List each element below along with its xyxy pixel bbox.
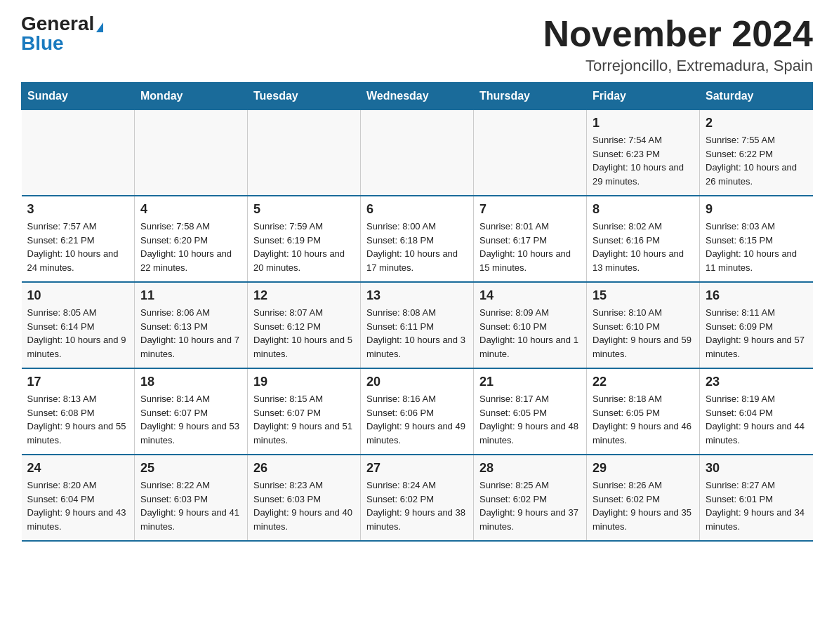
day-number: 22 — [593, 375, 694, 389]
day-info: Sunrise: 7:58 AMSunset: 6:20 PMDaylight:… — [140, 220, 241, 274]
calendar-cell — [22, 110, 135, 196]
day-info: Sunrise: 8:14 AMSunset: 6:07 PMDaylight:… — [140, 392, 241, 447]
calendar-cell: 2Sunrise: 7:55 AMSunset: 6:22 PMDaylight… — [700, 110, 813, 196]
day-number: 2 — [706, 116, 807, 130]
calendar-cell: 16Sunrise: 8:11 AMSunset: 6:09 PMDayligh… — [700, 282, 813, 368]
day-info: Sunrise: 8:19 AMSunset: 6:04 PMDaylight:… — [706, 392, 807, 447]
day-number: 27 — [366, 461, 468, 476]
column-header-saturday: Saturday — [700, 83, 813, 110]
day-info: Sunrise: 8:11 AMSunset: 6:09 PMDaylight:… — [706, 306, 807, 361]
day-number: 30 — [706, 461, 807, 476]
month-title: November 2024 — [543, 14, 813, 54]
day-info: Sunrise: 8:06 AMSunset: 6:13 PMDaylight:… — [140, 306, 241, 361]
day-number: 5 — [253, 202, 355, 217]
day-number: 21 — [479, 375, 581, 389]
calendar-cell — [474, 110, 587, 196]
day-info: Sunrise: 8:01 AMSunset: 6:17 PMDaylight:… — [479, 220, 581, 274]
calendar-cell: 19Sunrise: 8:15 AMSunset: 6:07 PMDayligh… — [248, 368, 361, 455]
day-number: 17 — [27, 375, 129, 389]
calendar-cell — [248, 110, 361, 196]
calendar-cell: 25Sunrise: 8:22 AMSunset: 6:03 PMDayligh… — [135, 455, 248, 541]
day-number: 25 — [140, 461, 241, 476]
calendar-cell: 27Sunrise: 8:24 AMSunset: 6:02 PMDayligh… — [361, 455, 474, 541]
day-info: Sunrise: 8:25 AMSunset: 6:02 PMDaylight:… — [479, 478, 581, 533]
location-title: Torrejoncillo, Extremadura, Spain — [543, 57, 813, 75]
day-info: Sunrise: 8:20 AMSunset: 6:04 PMDaylight:… — [27, 478, 129, 533]
day-number: 19 — [253, 375, 355, 389]
calendar-week-row: 1Sunrise: 7:54 AMSunset: 6:23 PMDaylight… — [22, 110, 813, 196]
day-info: Sunrise: 8:05 AMSunset: 6:14 PMDaylight:… — [27, 306, 129, 361]
title-block: November 2024 Torrejoncillo, Extremadura… — [543, 14, 813, 75]
calendar-cell: 6Sunrise: 8:00 AMSunset: 6:18 PMDaylight… — [361, 196, 474, 282]
calendar-cell: 24Sunrise: 8:20 AMSunset: 6:04 PMDayligh… — [22, 455, 135, 541]
calendar-cell: 12Sunrise: 8:07 AMSunset: 6:12 PMDayligh… — [248, 282, 361, 368]
calendar-header-row: SundayMondayTuesdayWednesdayThursdayFrid… — [22, 83, 813, 110]
day-number: 20 — [366, 375, 468, 389]
day-info: Sunrise: 8:27 AMSunset: 6:01 PMDaylight:… — [706, 478, 807, 533]
column-header-friday: Friday — [587, 83, 700, 110]
day-info: Sunrise: 7:59 AMSunset: 6:19 PMDaylight:… — [253, 220, 355, 274]
day-number: 13 — [366, 288, 468, 303]
calendar-table: SundayMondayTuesdayWednesdayThursdayFrid… — [21, 82, 813, 542]
calendar-cell: 29Sunrise: 8:26 AMSunset: 6:02 PMDayligh… — [587, 455, 700, 541]
calendar-cell: 5Sunrise: 7:59 AMSunset: 6:19 PMDaylight… — [248, 196, 361, 282]
calendar-week-row: 3Sunrise: 7:57 AMSunset: 6:21 PMDaylight… — [22, 196, 813, 282]
day-number: 8 — [593, 202, 694, 217]
calendar-cell: 14Sunrise: 8:09 AMSunset: 6:10 PMDayligh… — [474, 282, 587, 368]
day-number: 29 — [593, 461, 694, 476]
day-number: 10 — [27, 288, 129, 303]
calendar-cell: 8Sunrise: 8:02 AMSunset: 6:16 PMDaylight… — [587, 196, 700, 282]
day-info: Sunrise: 8:16 AMSunset: 6:06 PMDaylight:… — [366, 392, 468, 447]
logo: General Blue — [21, 14, 103, 53]
calendar-cell: 23Sunrise: 8:19 AMSunset: 6:04 PMDayligh… — [700, 368, 813, 455]
logo-general-text: General — [21, 13, 94, 34]
calendar-week-row: 10Sunrise: 8:05 AMSunset: 6:14 PMDayligh… — [22, 282, 813, 368]
day-info: Sunrise: 8:09 AMSunset: 6:10 PMDaylight:… — [479, 306, 581, 361]
day-info: Sunrise: 8:10 AMSunset: 6:10 PMDaylight:… — [593, 306, 694, 361]
column-header-sunday: Sunday — [22, 83, 135, 110]
column-header-tuesday: Tuesday — [248, 83, 361, 110]
logo-triangle-icon — [96, 22, 103, 32]
day-info: Sunrise: 8:15 AMSunset: 6:07 PMDaylight:… — [253, 392, 355, 447]
day-number: 6 — [366, 202, 468, 217]
day-number: 26 — [253, 461, 355, 476]
day-info: Sunrise: 8:02 AMSunset: 6:16 PMDaylight:… — [593, 220, 694, 274]
day-info: Sunrise: 7:57 AMSunset: 6:21 PMDaylight:… — [27, 220, 129, 274]
calendar-cell: 22Sunrise: 8:18 AMSunset: 6:05 PMDayligh… — [587, 368, 700, 455]
column-header-wednesday: Wednesday — [361, 83, 474, 110]
calendar-cell: 21Sunrise: 8:17 AMSunset: 6:05 PMDayligh… — [474, 368, 587, 455]
page-header: General Blue November 2024 Torrejoncillo… — [21, 14, 813, 75]
calendar-cell: 18Sunrise: 8:14 AMSunset: 6:07 PMDayligh… — [135, 368, 248, 455]
calendar-cell: 1Sunrise: 7:54 AMSunset: 6:23 PMDaylight… — [587, 110, 700, 196]
day-info: Sunrise: 8:26 AMSunset: 6:02 PMDaylight:… — [593, 478, 694, 533]
day-info: Sunrise: 8:24 AMSunset: 6:02 PMDaylight:… — [366, 478, 468, 533]
calendar-cell: 3Sunrise: 7:57 AMSunset: 6:21 PMDaylight… — [22, 196, 135, 282]
calendar-cell: 20Sunrise: 8:16 AMSunset: 6:06 PMDayligh… — [361, 368, 474, 455]
day-number: 7 — [479, 202, 581, 217]
calendar-cell: 11Sunrise: 8:06 AMSunset: 6:13 PMDayligh… — [135, 282, 248, 368]
day-info: Sunrise: 8:13 AMSunset: 6:08 PMDaylight:… — [27, 392, 129, 447]
day-number: 9 — [706, 202, 807, 217]
calendar-cell: 28Sunrise: 8:25 AMSunset: 6:02 PMDayligh… — [474, 455, 587, 541]
day-number: 14 — [479, 288, 581, 303]
day-info: Sunrise: 8:00 AMSunset: 6:18 PMDaylight:… — [366, 220, 468, 274]
day-info: Sunrise: 7:54 AMSunset: 6:23 PMDaylight:… — [593, 133, 694, 188]
calendar-cell: 13Sunrise: 8:08 AMSunset: 6:11 PMDayligh… — [361, 282, 474, 368]
day-number: 23 — [706, 375, 807, 389]
calendar-cell: 17Sunrise: 8:13 AMSunset: 6:08 PMDayligh… — [22, 368, 135, 455]
day-info: Sunrise: 8:18 AMSunset: 6:05 PMDaylight:… — [593, 392, 694, 447]
calendar-cell — [135, 110, 248, 196]
day-number: 28 — [479, 461, 581, 476]
logo-blue-text: Blue — [21, 32, 64, 54]
day-info: Sunrise: 8:03 AMSunset: 6:15 PMDaylight:… — [706, 220, 807, 274]
day-number: 16 — [706, 288, 807, 303]
day-info: Sunrise: 7:55 AMSunset: 6:22 PMDaylight:… — [706, 133, 807, 188]
calendar-cell: 4Sunrise: 7:58 AMSunset: 6:20 PMDaylight… — [135, 196, 248, 282]
day-info: Sunrise: 8:17 AMSunset: 6:05 PMDaylight:… — [479, 392, 581, 447]
calendar-cell: 7Sunrise: 8:01 AMSunset: 6:17 PMDaylight… — [474, 196, 587, 282]
logo-top: General — [21, 14, 103, 34]
day-info: Sunrise: 8:23 AMSunset: 6:03 PMDaylight:… — [253, 478, 355, 533]
day-number: 12 — [253, 288, 355, 303]
day-number: 18 — [140, 375, 241, 389]
day-number: 4 — [140, 202, 241, 217]
